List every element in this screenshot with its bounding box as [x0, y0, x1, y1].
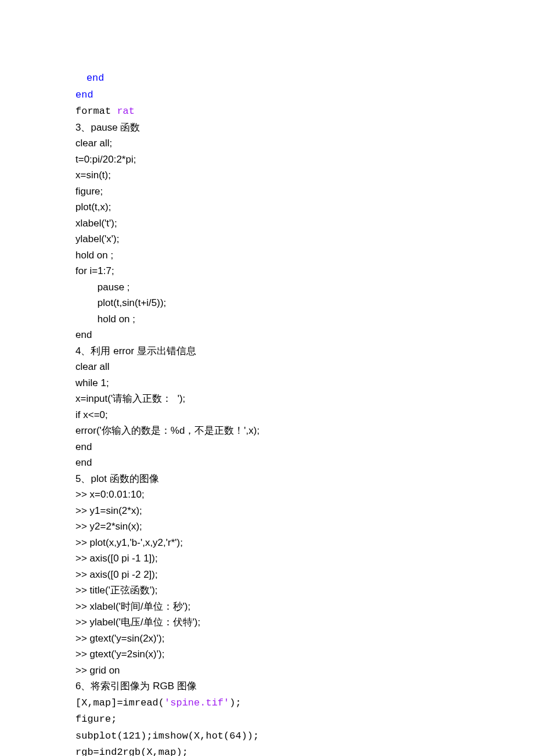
code-line: end [75, 87, 459, 103]
code-segment: >> axis([0 pi -1 1]); [75, 553, 158, 564]
code-segment: end [75, 89, 93, 100]
code-line: plot(t,sin(t+i/5)); [75, 295, 459, 311]
code-line: >> ylabel('电压/单位：伏特'); [75, 614, 459, 631]
code-line: error('你输入的数是：%d，不是正数！',x); [75, 423, 459, 439]
code-segment: hold on ; [75, 314, 135, 325]
code-segment: figure; [75, 714, 117, 725]
code-segment: t=0:pi/20:2*pi; [75, 154, 136, 165]
code-segment: >> title('正弦函数'); [75, 585, 158, 596]
code-line: >> title('正弦函数'); [75, 582, 459, 599]
code-segment: figure; [75, 186, 103, 197]
code-line: subplot(121);imshow(X,hot(64)); [75, 728, 459, 744]
code-segment: pause ; [75, 282, 130, 293]
code-segment: end [75, 329, 92, 340]
code-line: ylabel('x'); [75, 231, 459, 247]
code-segment: >> plot(x,y1,'b-',x,y2,'r*'); [75, 537, 183, 548]
code-segment: ylabel('x'); [75, 233, 119, 244]
code-segment: 5、plot 函数的图像 [75, 473, 159, 484]
code-segment: clear all; [75, 138, 112, 149]
code-segment: rat [117, 106, 135, 117]
code-segment: >> gtext('y=2sin(x)'); [75, 649, 164, 660]
code-line: >> axis([0 pi -1 1]); [75, 550, 459, 567]
code-line: rgb=ind2rgb(X,map); [75, 744, 459, 756]
code-line: >> axis([0 pi -2 2]); [75, 567, 459, 583]
code-line: pause ; [75, 279, 459, 296]
code-line: end [75, 70, 459, 87]
code-segment: end [75, 441, 92, 452]
code-line: for i=1:7; [75, 263, 459, 279]
code-line: clear all; [75, 135, 459, 152]
code-segment: 'spine.tif' [164, 697, 229, 708]
code-line: hold on ; [75, 247, 459, 264]
code-line: figure; [75, 183, 459, 200]
code-segment: >> x=0:0.01:10; [75, 489, 145, 500]
code-segment: 4、利用 error 显示出错信息 [75, 345, 196, 357]
code-segment: >> grid on [75, 665, 120, 676]
code-segment: >> gtext('y=sin(2x)'); [75, 633, 164, 644]
code-segment: >> xlabel('时间/单位：秒'); [75, 601, 190, 612]
code-segment: end [75, 457, 92, 468]
code-line: >> y1=sin(2*x); [75, 503, 459, 519]
code-segment: clear all [75, 361, 110, 372]
code-line: end [75, 327, 459, 343]
code-line: plot(t,x); [75, 199, 459, 215]
code-line: 5、plot 函数的图像 [75, 471, 459, 487]
document-page: endendformat rat3、pause 函数clear all;t=0:… [0, 0, 534, 756]
code-segment: x=sin(t); [75, 170, 111, 181]
code-segment: ); [229, 697, 241, 708]
code-line: >> y2=2*sin(x); [75, 519, 459, 535]
code-segment: for i=1:7; [75, 265, 114, 276]
code-segment: end [86, 73, 104, 84]
code-line: t=0:pi/20:2*pi; [75, 152, 459, 168]
code-line: x=input('请输入正数： '); [75, 391, 459, 407]
code-line: >> plot(x,y1,'b-',x,y2,'r*'); [75, 535, 459, 551]
code-line: >> grid on [75, 663, 459, 679]
code-line: xlabel('t'); [75, 215, 459, 232]
code-line: 6、将索引图像为 RGB 图像 [75, 678, 459, 694]
code-line: >> x=0:0.01:10; [75, 487, 459, 503]
code-line: >> gtext('y=sin(2x)'); [75, 631, 459, 647]
code-line: hold on ; [75, 311, 459, 327]
code-line: clear all [75, 359, 459, 375]
code-segment: xlabel('t'); [75, 218, 117, 229]
code-line: if x<=0; [75, 407, 459, 423]
code-segment: 6、将索引图像为 RGB 图像 [75, 681, 197, 692]
code-line: format rat [75, 103, 459, 120]
code-line: figure; [75, 711, 459, 728]
code-segment: format [75, 106, 117, 117]
code-segment: while 1; [75, 377, 109, 388]
code-segment: >> y1=sin(2*x); [75, 505, 142, 516]
code-segment: x=input('请输入正数： '); [75, 393, 185, 404]
code-line: x=sin(t); [75, 167, 459, 183]
code-segment: error('你输入的数是：%d，不是正数！',x); [75, 425, 259, 436]
code-segment: [X,map]=imread( [75, 697, 164, 708]
code-line: end [75, 455, 459, 471]
code-line: 4、利用 error 显示出错信息 [75, 343, 459, 359]
code-segment: >> ylabel('电压/单位：伏特'); [75, 617, 200, 628]
code-segment: 3、pause 函数 [75, 122, 140, 133]
code-segment: rgb=ind2rgb(X,map); [75, 747, 188, 756]
code-segment: plot(t,sin(t+i/5)); [75, 297, 166, 308]
code-line: >> gtext('y=2sin(x)'); [75, 646, 459, 663]
code-segment: >> axis([0 pi -2 2]); [75, 569, 158, 580]
code-segment: if x<=0; [75, 409, 108, 420]
code-line: [X,map]=imread('spine.tif'); [75, 694, 459, 711]
code-line: 3、pause 函数 [75, 120, 459, 136]
code-segment: plot(t,x); [75, 201, 111, 213]
code-line: >> xlabel('时间/单位：秒'); [75, 599, 459, 615]
code-content: endendformat rat3、pause 函数clear all;t=0:… [75, 70, 459, 756]
code-segment: hold on ; [75, 250, 113, 261]
code-segment: subplot(121);imshow(X,hot(64)); [75, 730, 259, 741]
code-line: while 1; [75, 375, 459, 391]
code-line: end [75, 439, 459, 455]
code-segment: >> y2=2*sin(x); [75, 521, 142, 532]
